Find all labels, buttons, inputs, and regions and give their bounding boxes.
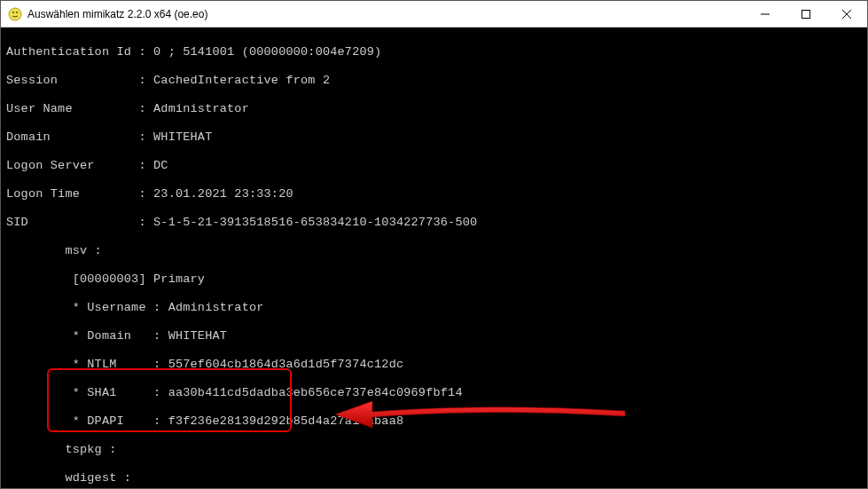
auth-id-line: Authentication Id : 0 ; 5141001 (0000000… bbox=[6, 45, 862, 59]
app-icon bbox=[8, 7, 22, 21]
tspkg-line: tspkg : bbox=[6, 443, 862, 457]
logon-server-line: Logon Server : DC bbox=[6, 159, 862, 173]
username-line: User Name : Administrator bbox=[6, 102, 862, 116]
msv-domain: * Domain : WHITEHAT bbox=[6, 329, 862, 343]
console-output[interactable]: Authentication Id : 0 ; 5141001 (0000000… bbox=[1, 28, 867, 488]
msv-ntlm: * NTLM : 557ef604cb1864d3a6d1d5f7374c12d… bbox=[6, 358, 862, 372]
window-controls bbox=[745, 1, 867, 27]
minimize-button[interactable] bbox=[745, 1, 786, 27]
msv-user: * Username : Administrator bbox=[6, 301, 862, 315]
close-button[interactable] bbox=[826, 1, 867, 27]
svg-point-2 bbox=[16, 12, 18, 13]
wdigest-header: wdigest : bbox=[6, 471, 862, 485]
msv-sha1: * SHA1 : aa30b411cd5dadba3eb656ce737e84c… bbox=[6, 386, 862, 400]
svg-point-0 bbox=[9, 8, 21, 20]
svg-rect-4 bbox=[802, 10, 810, 18]
msv-header: msv : bbox=[6, 244, 862, 258]
logon-time-line: Logon Time : 23.01.2021 23:33:20 bbox=[6, 187, 862, 201]
domain-line: Domain : WHITEHAT bbox=[6, 130, 862, 145]
msv-dpapi: * DPAPI : f3f236e28139d292b85d4a27a14aba… bbox=[6, 414, 862, 429]
maximize-button[interactable] bbox=[786, 1, 826, 27]
sid-line: SID : S-1-5-21-3913518516-653834210-1034… bbox=[6, 216, 862, 230]
session-line: Session : CachedInteractive from 2 bbox=[6, 74, 862, 88]
msv-primary: [00000003] Primary bbox=[6, 272, 862, 287]
window-title: Auswählen mimikatz 2.2.0 x64 (oe.eo) bbox=[27, 8, 745, 20]
svg-point-1 bbox=[12, 12, 14, 13]
window-titlebar: Auswählen mimikatz 2.2.0 x64 (oe.eo) bbox=[1, 1, 867, 28]
